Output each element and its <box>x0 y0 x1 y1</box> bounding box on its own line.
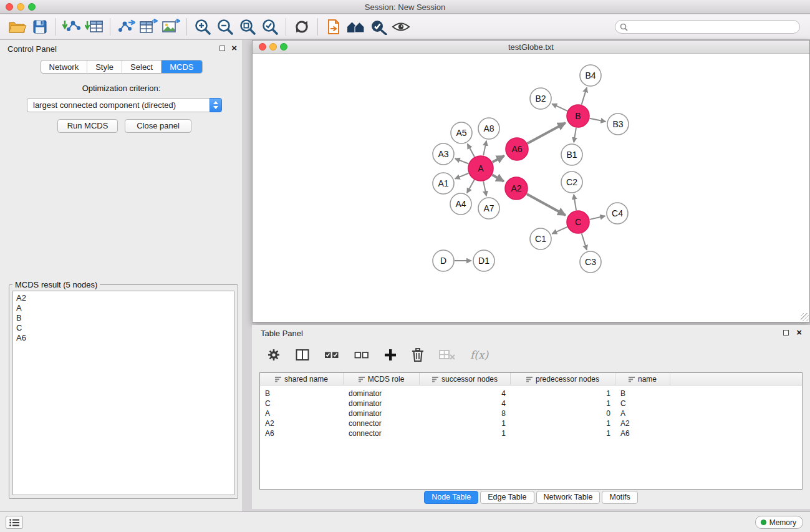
home-icon[interactable] <box>345 16 367 37</box>
edge-B-B2[interactable] <box>552 104 567 111</box>
task-list-button[interactable] <box>6 516 23 529</box>
delete-column-trash-icon[interactable] <box>412 348 424 362</box>
table-cell[interactable]: B <box>615 389 670 399</box>
add-column-icon[interactable] <box>384 349 397 361</box>
close-table-panel-icon[interactable]: × <box>796 327 802 337</box>
tab-network[interactable]: Network <box>41 60 87 73</box>
tab-edge-table[interactable]: Edge Table <box>480 491 534 504</box>
table-row[interactable]: A6connector11A6 <box>260 428 802 438</box>
table-cell[interactable]: connector <box>344 418 420 428</box>
table-cell[interactable]: dominator <box>344 409 420 418</box>
tab-style[interactable]: Style <box>87 60 122 73</box>
eye-icon[interactable] <box>390 16 412 37</box>
table-cell[interactable]: C <box>260 399 344 409</box>
table-cell[interactable]: 1 <box>420 428 511 438</box>
table-cell[interactable]: 1 <box>511 418 615 428</box>
select-all-icon[interactable] <box>324 349 339 360</box>
table-row[interactable]: A2connector11A2 <box>260 418 802 428</box>
search-input[interactable] <box>615 20 800 34</box>
tab-mcds[interactable]: MCDS <box>162 60 201 73</box>
table-settings-gear-icon[interactable] <box>267 348 281 362</box>
float-panel-icon[interactable] <box>219 46 225 51</box>
tab-network-table[interactable]: Network Table <box>536 491 600 504</box>
import-table-icon[interactable] <box>83 16 105 37</box>
edge-B-B4[interactable] <box>582 87 587 105</box>
zoom-selected-icon[interactable] <box>259 16 281 37</box>
import-network-icon[interactable] <box>60 16 83 37</box>
table-cell[interactable]: dominator <box>344 399 420 409</box>
table-cell[interactable]: A6 <box>260 428 344 438</box>
table-cell[interactable]: 4 <box>420 389 511 399</box>
node-label-B2: B2 <box>535 94 546 104</box>
edge-C-C4[interactable] <box>590 216 605 220</box>
edge-A-A1[interactable] <box>455 173 469 179</box>
edge-A-A2[interactable] <box>492 175 504 181</box>
column-header-predecessor-nodes[interactable]: predecessor nodes <box>511 373 615 385</box>
table-cell[interactable]: 1 <box>511 389 615 399</box>
export-network-icon[interactable] <box>115 16 137 37</box>
table-cell[interactable]: 8 <box>420 409 511 418</box>
tab-select[interactable]: Select <box>122 60 162 73</box>
edge-A-A3[interactable] <box>455 158 469 163</box>
open-session-icon[interactable] <box>6 16 29 37</box>
edge-A-A8[interactable] <box>483 141 486 156</box>
mcds-result-list[interactable]: A2ABCA6 <box>12 291 234 495</box>
table-cell[interactable]: 4 <box>420 399 511 409</box>
edge-A-A6[interactable] <box>493 156 504 162</box>
table-row[interactable]: Bdominator41B <box>260 389 802 399</box>
edge-A6-B[interactable] <box>528 123 566 143</box>
edge-A-A4[interactable] <box>467 180 475 193</box>
edge-C-C2[interactable] <box>574 195 576 210</box>
export-image-icon[interactable] <box>160 16 182 37</box>
table-cell[interactable]: 1 <box>420 418 511 428</box>
tab-motifs[interactable]: Motifs <box>602 491 637 504</box>
table-cell[interactable]: A <box>260 409 344 418</box>
table-cell[interactable]: C <box>615 399 670 409</box>
zoom-in-icon[interactable] <box>191 16 214 37</box>
table-cell[interactable]: A2 <box>615 418 670 428</box>
zoom-out-icon[interactable] <box>214 16 236 37</box>
table-cell[interactable]: A2 <box>260 418 344 428</box>
export-table-icon[interactable] <box>137 16 160 37</box>
edge-B-B1[interactable] <box>574 128 576 142</box>
table-cell[interactable]: dominator <box>344 389 420 399</box>
criterion-dropdown[interactable]: largest connected component (directed) <box>27 98 222 112</box>
table-cell[interactable]: A <box>615 409 670 418</box>
column-header-shared-name[interactable]: shared name <box>260 373 344 385</box>
table-cell[interactable]: 0 <box>511 409 615 418</box>
table-cell[interactable]: connector <box>344 428 420 438</box>
table-cell[interactable]: B <box>260 389 344 399</box>
zoom-fit-icon[interactable] <box>236 16 259 37</box>
column-header-name[interactable]: name <box>615 373 670 385</box>
network-canvas[interactable]: B4B2BB3A5A8A6B1A3AC2A1A2A4A7C4CC1DD1C3 <box>253 54 809 321</box>
table-cell[interactable]: 1 <box>511 399 615 409</box>
edge-A2-C[interactable] <box>527 194 566 215</box>
style-check-icon[interactable] <box>367 16 390 37</box>
column-header-mcds-role[interactable]: MCDS role <box>344 373 420 385</box>
table-cell[interactable]: A6 <box>615 428 670 438</box>
run-mcds-button[interactable]: Run MCDS <box>57 119 118 133</box>
edge-A-A5[interactable] <box>468 144 475 157</box>
function-builder-icon[interactable]: f(x) <box>470 349 488 361</box>
edge-A-A7[interactable] <box>483 181 486 196</box>
deselect-all-icon[interactable] <box>354 349 369 360</box>
edge-C-C1[interactable] <box>552 227 567 234</box>
tab-node-table[interactable]: Node Table <box>424 491 478 504</box>
edge-C-C3[interactable] <box>582 233 587 250</box>
close-panel-button[interactable]: Close panel <box>125 119 191 133</box>
show-columns-icon[interactable] <box>296 349 309 361</box>
table-row[interactable]: Adominator80A <box>260 409 802 418</box>
delete-table-icon[interactable] <box>439 349 455 360</box>
memory-button[interactable]: Memory <box>755 516 803 529</box>
search-field-wrap <box>615 20 800 34</box>
float-table-panel-icon[interactable] <box>783 330 789 336</box>
refresh-icon[interactable] <box>291 16 313 37</box>
column-header-successor-nodes[interactable]: successor nodes <box>420 373 511 385</box>
resize-grip-icon[interactable] <box>801 313 809 321</box>
close-panel-icon[interactable]: × <box>231 43 237 53</box>
save-session-icon[interactable] <box>29 16 51 37</box>
table-row[interactable]: Cdominator41C <box>260 399 802 409</box>
network-file-icon[interactable] <box>322 16 345 37</box>
edge-B-B3[interactable] <box>590 118 606 122</box>
table-cell[interactable]: 1 <box>511 428 615 438</box>
